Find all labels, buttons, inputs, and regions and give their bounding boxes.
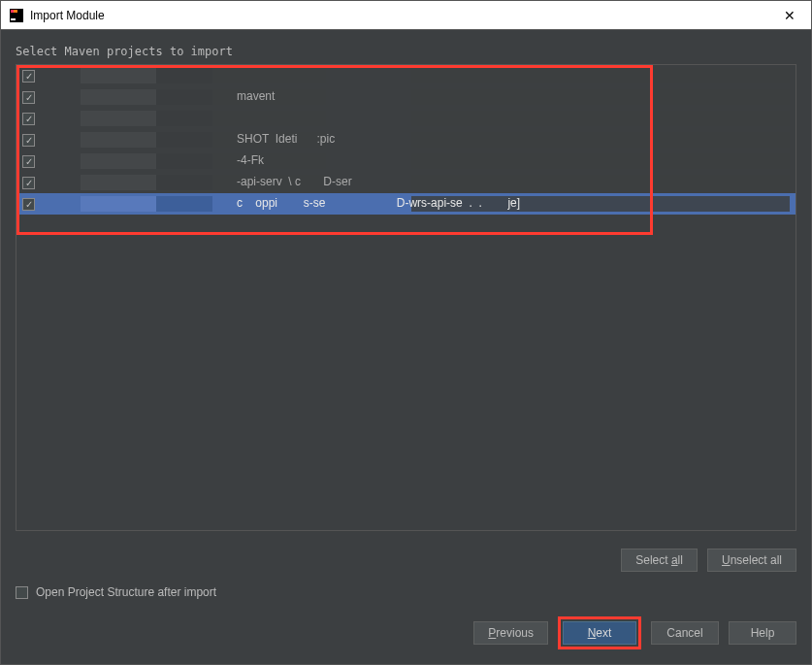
select-all-button[interactable]: Select all — [621, 549, 698, 572]
list-item[interactable]: c oppi s-se D-wrs-api-se . . je] — [16, 193, 796, 215]
button-label[interactable]: Cancel — [666, 626, 702, 640]
titlebar: Import Module ✕ — [1, 1, 811, 30]
svg-rect-2 — [11, 10, 14, 13]
button-label: Previous — [488, 626, 534, 640]
project-label — [43, 68, 790, 83]
list-item[interactable] — [16, 108, 796, 129]
list-item[interactable]: -4-Fk — [16, 150, 796, 172]
list-item[interactable] — [16, 65, 796, 86]
open-project-structure-checkbox[interactable] — [16, 586, 28, 599]
content-area: Select Maven projects to import maventSH… — [1, 30, 811, 664]
project-checkbox[interactable] — [22, 113, 35, 125]
project-label: SHOT Ideti :pic — [43, 132, 790, 148]
button-label: Select all — [635, 553, 683, 567]
previous-button[interactable]: Previous — [473, 621, 548, 645]
list-item[interactable]: mavent — [16, 86, 796, 108]
list-item[interactable]: SHOT Ideti :pic — [16, 129, 796, 150]
title-left: Import Module — [9, 8, 105, 23]
project-label: c oppi s-se D-wrs-api-se . . je] — [43, 196, 790, 212]
annotation-next-highlight: Next — [558, 616, 641, 649]
button-label: Next — [588, 626, 612, 640]
import-module-window: Import Module ✕ Select Maven projects to… — [0, 0, 812, 665]
project-label: -4-Fk — [43, 153, 790, 169]
svg-rect-3 — [14, 10, 17, 13]
open-project-structure-label: Open Project Structure after import — [36, 585, 216, 599]
unselect-all-button[interactable]: Unselect all — [707, 549, 796, 572]
intellij-icon — [9, 8, 24, 23]
project-list[interactable]: maventSHOT Ideti :pic-4-Fk-api-serv \ c … — [16, 64, 796, 531]
project-label: -api-serv \ c D-ser — [43, 175, 790, 190]
window-title: Import Module — [30, 9, 105, 22]
project-checkbox[interactable] — [22, 70, 35, 83]
project-checkbox[interactable] — [22, 155, 35, 168]
list-item[interactable]: -api-serv \ c D-ser — [16, 172, 796, 193]
project-label: mavent — [43, 89, 790, 105]
close-button[interactable]: ✕ — [776, 5, 803, 26]
wizard-button-row: Previous Next Cancel Help — [16, 616, 796, 649]
open-project-structure-row[interactable]: Open Project Structure after import — [16, 585, 796, 599]
cancel-button[interactable]: Cancel — [651, 621, 719, 645]
instruction-label: Select Maven projects to import — [16, 45, 796, 58]
project-label — [43, 111, 790, 126]
project-checkbox[interactable] — [22, 134, 35, 147]
project-checkbox[interactable] — [22, 198, 35, 211]
button-label: Unselect all — [722, 553, 782, 567]
project-checkbox[interactable] — [22, 177, 35, 189]
next-button[interactable]: Next — [563, 621, 636, 645]
svg-rect-1 — [11, 18, 16, 20]
help-button[interactable]: Help — [729, 621, 796, 645]
project-checkbox[interactable] — [22, 91, 35, 104]
button-label[interactable]: Help — [751, 626, 775, 640]
select-button-row: Select all Unselect all — [16, 549, 796, 572]
